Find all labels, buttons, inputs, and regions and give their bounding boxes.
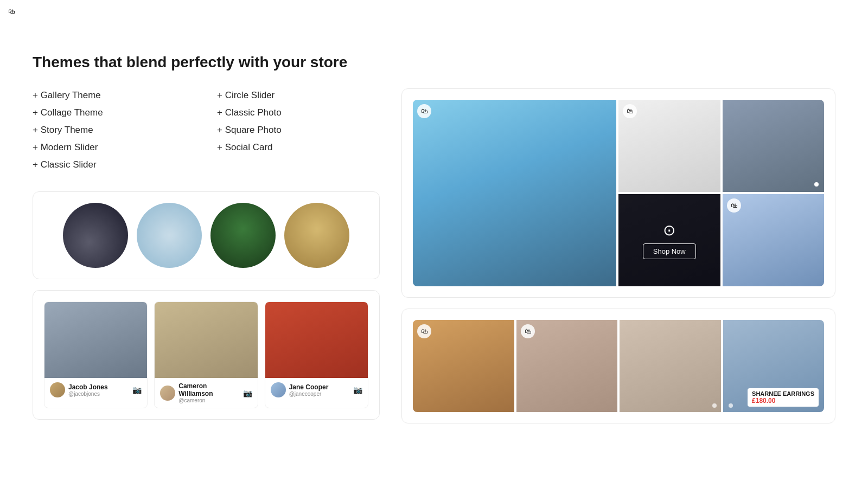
social-card-footer-1: Jacob Jones @jacobjones 📷 <box>44 378 147 402</box>
circle-img-3 <box>210 203 276 268</box>
user-handle-3: @janecooper <box>289 391 329 397</box>
user-name-3: Jane Cooper <box>289 383 329 391</box>
circle-img-2 <box>137 203 202 268</box>
page-heading: Themes that blend perfectly with your st… <box>33 54 835 71</box>
gallery-cell-top-right <box>723 100 825 192</box>
theme-item-story: + Story Theme <box>33 123 195 137</box>
classic-cart-badge-1: 🛍 <box>417 324 431 338</box>
social-card-img-2: 🛍 <box>155 302 257 378</box>
shop-now-button[interactable]: Shop Now <box>643 243 696 259</box>
instagram-circle-icon: ⊙ <box>663 221 675 239</box>
social-card-2: 🛍 Cameron Williamson @cameron 📷 <box>154 301 258 408</box>
theme-item-classic-slider: + Classic Slider <box>33 158 195 172</box>
product-price: £180.00 <box>752 397 814 404</box>
user-handle-1: @jacobjones <box>68 391 108 397</box>
classic-photo-preview-box: 🛍 🛍 SHARNEE EARRINGS £180.00 <box>401 309 835 423</box>
dot-indicator-2 <box>712 403 717 408</box>
dot-indicator-3 <box>729 403 733 408</box>
classic-cell-1: 🛍 <box>413 320 514 412</box>
social-card-3: 🛍 Jane Cooper @janecooper 📷 <box>265 301 368 408</box>
social-card-footer-3: Jane Cooper @janecooper 📷 <box>265 378 368 402</box>
right-panel: 🛍 🛍 ⊙ Shop Now <box>401 88 835 434</box>
social-card-img-3: 🛍 <box>265 302 368 378</box>
social-card-1: 🛍 Jacob Jones @jacobjones 📷 <box>44 301 148 408</box>
circle-slider-preview <box>33 191 380 279</box>
user-handle-2: @cameron <box>178 397 242 403</box>
theme-item-social-card: + Social Card <box>217 140 380 155</box>
gallery-cell-top-mid: 🛍 <box>618 100 720 192</box>
circle-slider-row <box>44 203 368 268</box>
circle-img-4 <box>284 203 349 268</box>
gallery-cart-badge-main: 🛍 <box>417 104 431 118</box>
social-user-3: Jane Cooper @janecooper <box>271 382 329 397</box>
gallery-cell-bottom-right: 🛍 <box>723 194 825 286</box>
theme-item-modern: + Modern Slider <box>33 140 195 155</box>
product-name: SHARNEE EARRINGS <box>752 390 814 397</box>
avatar-2 <box>160 386 175 401</box>
theme-item-square-photo: + Square Photo <box>217 123 380 137</box>
user-info-3: Jane Cooper @janecooper <box>289 383 329 397</box>
product-tag: SHARNEE EARRINGS £180.00 <box>748 388 819 407</box>
social-user-2: Cameron Williamson @cameron <box>160 382 242 403</box>
classic-strip: 🛍 🛍 SHARNEE EARRINGS £180.00 <box>413 320 824 412</box>
gallery-preview-box: 🛍 🛍 ⊙ Shop Now <box>401 88 835 298</box>
theme-item-classic-photo: + Classic Photo <box>217 106 380 120</box>
gallery-cell-shop-now: ⊙ Shop Now <box>618 194 720 286</box>
gallery-cell-large: 🛍 <box>413 100 616 286</box>
avatar-3 <box>271 382 286 397</box>
shop-now-overlay: ⊙ Shop Now <box>618 194 720 286</box>
theme-list: + Gallery Theme + Circle Slider + Collag… <box>33 88 380 172</box>
user-name-1: Jacob Jones <box>68 383 108 391</box>
social-cards-preview: 🛍 Jacob Jones @jacobjones 📷 <box>33 290 380 420</box>
theme-item-circle: + Circle Slider <box>217 88 380 102</box>
user-name-2: Cameron Williamson <box>178 382 242 397</box>
dot-indicator-1 <box>814 182 819 187</box>
classic-cell-4: SHARNEE EARRINGS £180.00 <box>723 320 825 412</box>
gallery-cart-badge-4: 🛍 <box>727 198 741 213</box>
theme-item-gallery: + Gallery Theme <box>33 88 195 102</box>
instagram-icon-1: 📷 <box>132 386 142 394</box>
gallery-grid: 🛍 🛍 ⊙ Shop Now <box>413 100 824 286</box>
instagram-icon-3: 📷 <box>353 386 362 394</box>
user-info-1: Jacob Jones @jacobjones <box>68 383 108 397</box>
classic-cell-2: 🛍 <box>516 320 618 412</box>
gallery-cart-badge-2: 🛍 <box>623 104 637 118</box>
theme-item-collage: + Collage Theme <box>33 106 195 120</box>
social-card-img-1: 🛍 <box>44 302 147 378</box>
user-info-2: Cameron Williamson @cameron <box>178 382 242 403</box>
instagram-icon-2: 📷 <box>243 389 252 397</box>
classic-cart-badge-2: 🛍 <box>521 324 535 338</box>
classic-cell-3 <box>620 320 721 412</box>
social-card-footer-2: Cameron Williamson @cameron 📷 <box>155 378 257 408</box>
social-cards-row: 🛍 Jacob Jones @jacobjones 📷 <box>44 301 368 408</box>
circle-img-1 <box>63 203 128 268</box>
social-user-1: Jacob Jones @jacobjones <box>50 382 108 397</box>
left-panel: + Gallery Theme + Circle Slider + Collag… <box>33 88 380 434</box>
avatar-1 <box>50 382 65 397</box>
